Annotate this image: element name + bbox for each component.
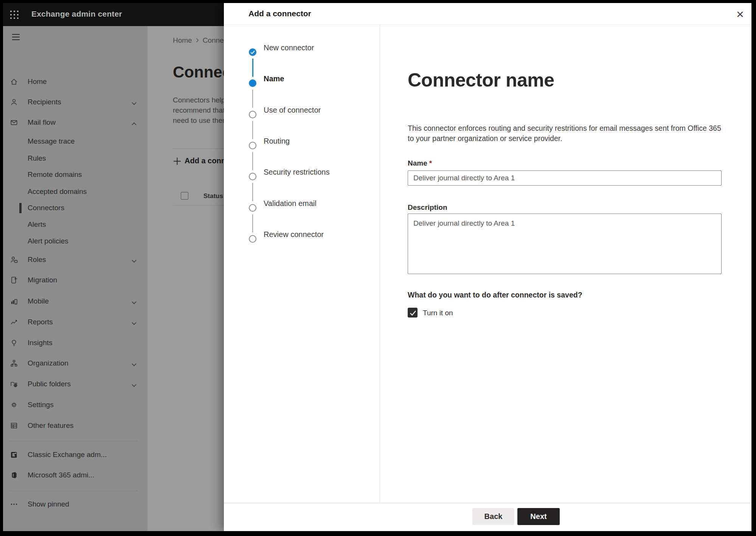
step-circle-upcoming bbox=[249, 142, 256, 149]
name-label-text: Name bbox=[408, 159, 427, 167]
sidebar-item-connectors[interactable]: Connectors bbox=[3, 200, 147, 215]
sidebar-item-accepted-domains[interactable]: Accepted domains bbox=[3, 184, 147, 199]
ellipsis-icon bbox=[10, 500, 18, 508]
sidebar-item-label: Mail flow bbox=[28, 118, 56, 127]
sidebar-item-rules[interactable]: Rules bbox=[3, 151, 147, 166]
sidebar-item-label: Microsoft 365 admi... bbox=[28, 471, 94, 479]
sidebar-item-reports[interactable]: Reports bbox=[3, 314, 147, 330]
sidebar-item-label: Show pinned bbox=[28, 500, 69, 508]
step-circle-upcoming bbox=[249, 204, 256, 212]
sidebar-item-label: Other features bbox=[28, 421, 73, 430]
after-save-question: What do you want to do after connector i… bbox=[408, 291, 582, 299]
sidebar-item-mobile[interactable]: Mobile bbox=[3, 294, 147, 309]
name-field-label: Name* bbox=[408, 159, 432, 167]
sidebar-item-classic-exchange[interactable]: Classic Exchange adm... bbox=[3, 447, 147, 462]
sidebar-item-public-folders[interactable]: Public folders bbox=[3, 376, 147, 392]
screen: Exchange admin center Home Recipients Ma… bbox=[3, 3, 751, 531]
step-routing[interactable]: Routing bbox=[264, 137, 290, 146]
breadcrumb-current: Conne bbox=[203, 36, 224, 44]
sidebar-item-label: Organization bbox=[28, 359, 68, 367]
sidebar-item-label: Alert policies bbox=[28, 237, 68, 245]
sidebar-item-message-trace[interactable]: Message trace bbox=[3, 134, 147, 149]
step-name[interactable]: Name bbox=[264, 74, 284, 83]
gear-icon bbox=[10, 401, 18, 409]
person-icon bbox=[10, 98, 18, 106]
step-circle-upcoming bbox=[249, 173, 256, 180]
select-all-checkbox[interactable] bbox=[181, 192, 188, 200]
sidebar-item-label: Classic Exchange adm... bbox=[28, 451, 107, 459]
status-column-header[interactable]: Status bbox=[203, 192, 223, 200]
step-review-connector[interactable]: Review connector bbox=[264, 230, 324, 239]
breadcrumb-home[interactable]: Home bbox=[173, 36, 192, 44]
back-button[interactable]: Back bbox=[472, 508, 514, 525]
step-circle-upcoming bbox=[249, 235, 256, 243]
step-connector-line bbox=[252, 90, 253, 108]
sidebar-item-home[interactable]: Home bbox=[3, 74, 147, 89]
sidebar-item-settings[interactable]: Settings bbox=[3, 397, 147, 412]
page-description: Connectors help recommend that need to u… bbox=[173, 95, 225, 125]
mail-icon bbox=[10, 118, 18, 127]
sidebar-item-label: Accepted domains bbox=[28, 187, 87, 196]
step-connector-line bbox=[252, 214, 253, 232]
page-description-line: Connectors help bbox=[173, 95, 225, 105]
hamburger-menu-icon[interactable] bbox=[12, 34, 20, 40]
chevron-down-icon bbox=[131, 100, 137, 104]
required-asterisk: * bbox=[429, 159, 432, 167]
close-icon[interactable]: × bbox=[732, 6, 748, 22]
sidebar-item-insights[interactable]: Insights bbox=[3, 335, 147, 350]
microsoft-365-logo-icon bbox=[10, 471, 18, 479]
sidebar-item-label: Home bbox=[28, 77, 47, 86]
step-new-connector[interactable]: New connector bbox=[264, 43, 314, 52]
page-description-line: need to use ther bbox=[173, 115, 225, 125]
sidebar-item-show-pinned[interactable]: Show pinned bbox=[3, 497, 147, 512]
sidebar-divider bbox=[9, 441, 138, 441]
sidebar-item-label: Rules bbox=[28, 154, 46, 163]
sidebar-item-label: Alerts bbox=[28, 220, 46, 229]
page-title: Connec bbox=[173, 63, 231, 81]
sidebar-item-roles[interactable]: Roles bbox=[3, 252, 147, 267]
sidebar-item-migration[interactable]: Migration bbox=[3, 273, 147, 288]
panel-footer: Back Next bbox=[224, 503, 751, 531]
home-icon bbox=[10, 77, 18, 86]
sidebar-item-label: Connectors bbox=[28, 204, 64, 212]
app-launcher-waffle-icon[interactable] bbox=[9, 10, 19, 20]
step-heading: Connector name bbox=[408, 69, 554, 91]
sidebar-item-organization[interactable]: Organization bbox=[3, 356, 147, 371]
connector-name-input[interactable] bbox=[408, 170, 722, 186]
step-use-of-connector[interactable]: Use of connector bbox=[264, 106, 321, 115]
next-button[interactable]: Next bbox=[517, 508, 560, 525]
turn-it-on-checkbox[interactable] bbox=[408, 308, 418, 318]
sidebar-item-m365-admin[interactable]: Microsoft 365 admi... bbox=[3, 468, 147, 483]
table-grid-icon bbox=[10, 421, 18, 430]
step-connector-line bbox=[252, 183, 253, 201]
mobile-devices-icon bbox=[10, 297, 18, 305]
sidebar-item-mail-flow[interactable]: Mail flow bbox=[3, 115, 147, 130]
chevron-down-icon bbox=[131, 299, 137, 304]
description-field-label: Description bbox=[408, 203, 447, 212]
sidebar-item-other-features[interactable]: Other features bbox=[3, 418, 147, 433]
step-security-restrictions[interactable]: Security restrictions bbox=[264, 168, 330, 177]
wizard-content: Connector name This connector enforces r… bbox=[380, 25, 751, 503]
reports-chart-icon bbox=[10, 318, 18, 326]
sidebar-item-label: Public folders bbox=[28, 380, 71, 388]
sidebar-item-label: Mobile bbox=[28, 297, 49, 305]
chevron-down-icon bbox=[131, 258, 137, 262]
sidebar-item-label: Reports bbox=[28, 318, 53, 326]
connector-description-textarea[interactable]: Deliver journal directly to Area 1 bbox=[408, 214, 722, 274]
public-folder-globe-icon bbox=[10, 380, 18, 388]
app-title: Exchange admin center bbox=[31, 9, 122, 19]
chevron-right-icon bbox=[196, 36, 199, 41]
step-validation-email[interactable]: Validation email bbox=[264, 199, 317, 208]
add-connector-label: Add a conn bbox=[185, 156, 226, 165]
wizard-stepper: New connector Name Use of connector Rout… bbox=[224, 25, 380, 503]
panel-header: Add a connector bbox=[224, 3, 751, 25]
sidebar-item-alerts[interactable]: Alerts bbox=[3, 217, 147, 232]
sidebar-item-alert-policies[interactable]: Alert policies bbox=[3, 234, 147, 249]
sidebar-item-remote-domains[interactable]: Remote domains bbox=[3, 167, 147, 182]
sidebar-item-label: Insights bbox=[28, 339, 52, 347]
sidebar-item-label: Roles bbox=[28, 256, 46, 264]
sidebar-item-recipients[interactable]: Recipients bbox=[3, 94, 147, 110]
plus-icon bbox=[173, 157, 182, 166]
step-circle-completed bbox=[249, 48, 256, 56]
step-description: This connector enforces routing and secu… bbox=[408, 123, 724, 144]
